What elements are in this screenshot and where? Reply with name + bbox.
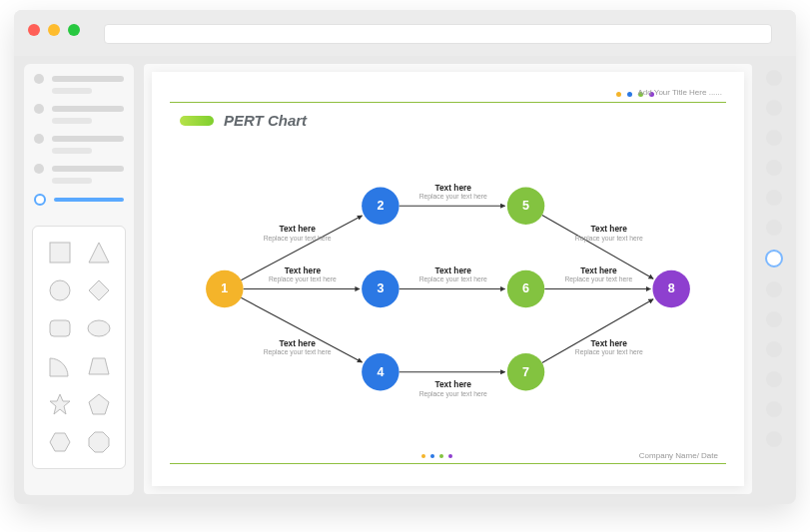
pert-node[interactable]: 1 <box>206 270 243 307</box>
svg-text:4: 4 <box>377 365 384 379</box>
title-accent-icon <box>180 116 214 126</box>
svg-marker-7 <box>50 394 70 414</box>
thumb-item[interactable] <box>766 371 782 387</box>
shape-pentagon-icon[interactable] <box>84 390 113 418</box>
pert-node[interactable]: 7 <box>507 353 544 390</box>
minimize-icon[interactable] <box>48 24 60 36</box>
right-sidebar <box>760 64 788 494</box>
edge-label: Text here <box>435 183 472 193</box>
pert-node[interactable]: 6 <box>507 270 544 307</box>
svg-marker-3 <box>89 280 109 300</box>
edge-sublabel: Replace your text here <box>564 275 632 283</box>
svg-rect-0 <box>50 243 70 263</box>
edge-sublabel: Replace your text here <box>419 275 487 283</box>
left-sidebar <box>24 64 134 495</box>
svg-marker-6 <box>89 358 109 374</box>
svg-text:3: 3 <box>377 282 384 296</box>
pert-diagram: Text hereReplace your text hereText here… <box>152 132 744 446</box>
shape-octagon-icon[interactable] <box>84 428 113 456</box>
svg-text:2: 2 <box>377 199 384 213</box>
svg-point-2 <box>50 280 70 300</box>
footer-color-dots <box>421 454 452 458</box>
edge-label: Text here <box>580 266 617 275</box>
thumb-item[interactable] <box>766 401 782 417</box>
pert-node[interactable]: 8 <box>652 270 689 307</box>
edge-label: Text here <box>435 266 472 275</box>
edge-label: Text here <box>435 379 472 389</box>
window-controls <box>28 24 80 36</box>
edge-label: Text here <box>285 266 322 275</box>
shape-star-icon[interactable] <box>45 390 74 418</box>
shape-circle-icon[interactable] <box>45 276 74 304</box>
edge-label: Text here <box>279 224 316 234</box>
app-window: Add Your Title Here ...... PERT Chart Te… <box>14 10 796 504</box>
thumb-item[interactable] <box>766 431 782 447</box>
thumb-item[interactable] <box>766 281 782 297</box>
shape-square-icon[interactable] <box>45 239 74 266</box>
address-bar[interactable] <box>104 24 772 44</box>
canvas-area: Add Your Title Here ...... PERT Chart Te… <box>144 64 752 494</box>
thumb-item[interactable] <box>766 311 782 327</box>
titlebar <box>14 10 796 56</box>
svg-point-5 <box>88 320 110 336</box>
slide-title-row: PERT Chart <box>180 112 307 129</box>
edge-sublabel: Replace your text here <box>575 235 643 243</box>
pert-node[interactable]: 4 <box>362 353 399 390</box>
thumb-item[interactable] <box>766 70 782 86</box>
shape-triangle-icon[interactable] <box>84 239 113 266</box>
sidebar-item[interactable] <box>34 74 124 84</box>
thumb-item-active[interactable] <box>765 250 783 267</box>
svg-text:1: 1 <box>221 282 228 296</box>
sidebar-item-active[interactable] <box>34 194 124 206</box>
header-divider <box>170 102 726 103</box>
slide-canvas[interactable]: Add Your Title Here ...... PERT Chart Te… <box>152 72 744 486</box>
shape-palette <box>32 226 126 469</box>
svg-text:8: 8 <box>668 282 675 296</box>
thumb-item[interactable] <box>766 190 782 206</box>
shape-hexagon-icon[interactable] <box>45 428 74 456</box>
edge-sublabel: Replace your text here <box>264 348 332 356</box>
edge-sublabel: Replace your text here <box>269 275 337 283</box>
thumb-item[interactable] <box>766 100 782 116</box>
thumb-item[interactable] <box>766 220 782 236</box>
edge-sublabel: Replace your text here <box>419 390 487 398</box>
svg-marker-10 <box>89 432 109 452</box>
slide-title: PERT Chart <box>224 112 307 129</box>
svg-text:6: 6 <box>522 282 529 296</box>
thumb-item[interactable] <box>766 130 782 146</box>
header-hint: Add Your Title Here ...... <box>638 88 723 97</box>
shape-trapezoid-icon[interactable] <box>84 352 113 380</box>
thumb-item[interactable] <box>766 160 782 176</box>
svg-text:7: 7 <box>522 365 529 379</box>
edge-sublabel: Replace your text here <box>419 193 487 201</box>
footer-company: Company Name/ Date <box>639 451 718 460</box>
shape-quarter-circle-icon[interactable] <box>45 352 74 380</box>
svg-marker-1 <box>89 243 109 263</box>
sidebar-item[interactable] <box>34 164 124 174</box>
pert-node[interactable]: 3 <box>362 270 399 307</box>
sidebar-item[interactable] <box>34 104 124 114</box>
pert-node[interactable]: 2 <box>362 188 399 225</box>
close-icon[interactable] <box>28 24 40 36</box>
footer-divider <box>170 463 726 464</box>
svg-rect-4 <box>50 320 70 336</box>
svg-marker-8 <box>89 394 109 414</box>
sidebar-item[interactable] <box>34 134 124 144</box>
maximize-icon[interactable] <box>68 24 80 36</box>
shape-ellipse-icon[interactable] <box>84 314 113 342</box>
shape-rounded-rect-icon[interactable] <box>45 314 74 342</box>
edge-label: Text here <box>591 224 628 234</box>
edge-sublabel: Replace your text here <box>264 235 332 243</box>
edge-sublabel: Replace your text here <box>575 348 643 356</box>
edge-label: Text here <box>279 338 316 348</box>
pert-node[interactable]: 5 <box>507 188 544 225</box>
svg-text:5: 5 <box>522 199 529 213</box>
edge-label: Text here <box>591 338 628 348</box>
shape-diamond-icon[interactable] <box>84 276 113 304</box>
svg-marker-9 <box>50 433 70 451</box>
thumb-item[interactable] <box>766 341 782 357</box>
